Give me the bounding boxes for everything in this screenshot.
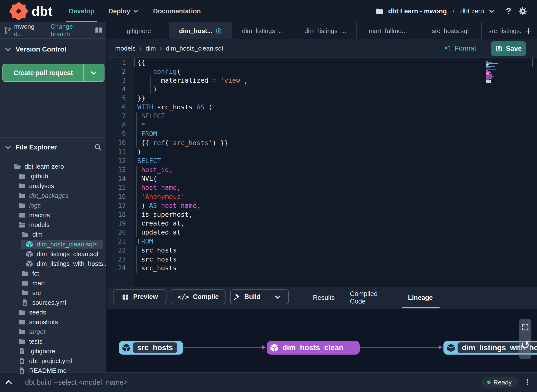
project-name[interactable]: dbt Learn - mwong <box>388 8 447 15</box>
command-input[interactable]: dbt build --select <model_name> <box>25 378 481 386</box>
tree-item-macros[interactable]: macros <box>0 210 106 220</box>
tree-item-label: dim_listings_with_hosts... <box>37 260 106 268</box>
app: dbt Develop Deploy Documentation dbt Lea… <box>0 0 537 392</box>
tree-item-label: models <box>29 221 50 229</box>
lineage-node-dim-hosts-clean[interactable]: dim_hosts_clean <box>267 341 360 355</box>
top-nav: dbt Develop Deploy Documentation dbt Lea… <box>0 0 537 22</box>
tree-item-dim[interactable]: dim <box>0 230 106 239</box>
minimap[interactable] <box>486 61 501 83</box>
breadcrumb-row: models›dim›dim_hosts_clean.sql Format Sa… <box>107 39 537 58</box>
search-icon[interactable] <box>94 143 102 151</box>
file-icon <box>18 357 26 365</box>
tree-item-label: dbt_packages <box>29 192 69 200</box>
tree-item--gitignore[interactable]: .gitignore <box>0 346 106 356</box>
nav-develop[interactable]: Develop <box>69 0 94 22</box>
docs-book-icon[interactable] <box>94 26 103 35</box>
minimap-line <box>486 62 492 63</box>
tab-label: dim_host... <box>179 27 212 35</box>
code-line: updated_at <box>137 228 537 237</box>
line-number: 18 <box>107 210 134 219</box>
lineage-pane[interactable]: ↺ src_hostsdim_hosts_cleandim_listings_w… <box>107 309 537 372</box>
code-line: {{ ref('src_hosts') }} <box>137 139 537 148</box>
pr-dropdown-chevron[interactable] <box>84 64 104 81</box>
tree-item-logs[interactable]: logs <box>0 200 106 210</box>
results-tab-results[interactable]: Results <box>309 287 339 308</box>
file-explorer-header[interactable]: File Explorer <box>0 137 106 157</box>
minimap-line <box>486 78 492 79</box>
version-control-header[interactable]: Version Control <box>0 39 106 60</box>
tab--gitignore[interactable]: .gitignore <box>107 22 169 39</box>
new-tab-button[interactable]: + <box>523 22 534 39</box>
kebab-menu-icon[interactable] <box>524 378 531 386</box>
code-line: FROM <box>137 237 537 246</box>
chevron-up-icon[interactable] <box>4 378 13 387</box>
fullscreen-icon[interactable] <box>521 323 529 331</box>
tree-item-dim-hosts-clean-sql[interactable]: dim_hosts_clean.sql• <box>0 239 106 249</box>
tree-item-analyses[interactable]: analyses <box>0 181 106 191</box>
tab-dim-host-[interactable]: dim_host... <box>169 22 232 39</box>
tab-mart-fullmo-[interactable]: mart_fullmo... <box>357 22 419 39</box>
help-icon[interactable]: ? <box>506 6 511 16</box>
minimap-line <box>486 82 491 83</box>
tree-item-models[interactable]: models <box>0 220 106 230</box>
version-control-title: Version Control <box>16 45 66 53</box>
tree-item-target[interactable]: target <box>0 327 106 337</box>
environment-name[interactable]: dbt zero <box>460 8 484 15</box>
lineage-edge <box>360 347 442 348</box>
gear-icon[interactable] <box>518 7 527 16</box>
breadcrumb-item[interactable]: models <box>115 45 136 52</box>
tree-item-dim-listings-with-hosts-[interactable]: dim_listings_with_hosts... <box>0 259 106 269</box>
breadcrumb-item[interactable]: dim <box>146 45 156 52</box>
tab-src-listings-[interactable]: src_listings. <box>482 22 524 39</box>
tree-item-tests[interactable]: tests <box>0 337 106 346</box>
results-tab-compiled-code[interactable]: Compiled Code <box>350 287 395 308</box>
tree-item-dbt-project-yml[interactable]: dbt_project.yml <box>0 356 106 366</box>
tree-item-src[interactable]: src <box>0 288 106 298</box>
tab-dim-listings-[interactable]: dim_listings_... <box>294 22 357 39</box>
reset-view-icon[interactable]: ↺ <box>521 340 530 351</box>
tab-dim-listings-[interactable]: dim_listings_... <box>232 22 294 39</box>
lineage-node-label: src_hosts <box>133 342 177 353</box>
code-icon: </> <box>178 293 189 301</box>
ready-dot-icon <box>487 381 491 384</box>
file-icon <box>21 299 29 306</box>
line-number: 10 <box>107 139 134 148</box>
folder-icon <box>375 7 384 15</box>
format-button[interactable]: Format <box>443 44 476 52</box>
preview-button[interactable]: Preview <box>113 289 166 304</box>
tab-label: dim_listings_... <box>242 27 284 35</box>
tree-item-seeds[interactable]: seeds <box>0 307 106 317</box>
tree-item--github[interactable]: .github <box>0 171 106 181</box>
tree-item-label: sources.yml <box>32 299 66 306</box>
tree-item-fct[interactable]: fct <box>0 269 106 278</box>
lineage-node-src-hosts[interactable]: src_hosts <box>119 341 183 355</box>
tree-item-label: dim <box>32 231 43 238</box>
nav-deploy[interactable]: Deploy <box>108 0 139 22</box>
tree-item-dbt-packages[interactable]: dbt_packages <box>0 191 106 200</box>
breadcrumb-item[interactable]: dim_hosts_clean.sql <box>166 45 223 52</box>
tree-item-mart[interactable]: mart <box>0 278 106 288</box>
build-button[interactable]: Build <box>230 289 289 304</box>
nav-documentation[interactable]: Documentation <box>153 0 201 22</box>
results-tab-lineage[interactable]: Lineage <box>402 287 439 308</box>
line-number: 8 <box>107 121 134 130</box>
compile-button[interactable]: </> Compile <box>171 289 225 304</box>
dbt-logo[interactable]: dbt <box>9 2 53 20</box>
tree-item-dim-listings-clean-sql[interactable]: dim_listings_clean.sql <box>0 249 106 259</box>
line-number: 6 <box>107 103 134 112</box>
tab-src-hosts-sql[interactable]: src_hosts.sql <box>419 22 482 39</box>
tree-item-sources-yml[interactable]: sources.yml <box>0 298 106 307</box>
tree-item-dbt-learn-zero[interactable]: dbt-learn-zero <box>0 162 106 171</box>
change-branch-link[interactable]: Change branch <box>51 23 92 38</box>
folder-icon <box>18 172 26 180</box>
tree-item-snapshots[interactable]: snapshots <box>0 317 106 327</box>
save-button[interactable]: Save <box>491 41 526 56</box>
folder-icon <box>21 289 29 297</box>
dbt-logo-icon <box>9 2 28 20</box>
code-content[interactable]: {{ config( materialized = 'view', )}}WIT… <box>137 58 537 273</box>
line-number: 3 <box>107 76 134 85</box>
build-dropdown-chevron[interactable] <box>269 290 286 304</box>
create-pull-request-button[interactable]: Create pull request <box>2 64 104 82</box>
chevron-down-icon[interactable] <box>488 8 495 15</box>
code-editor[interactable]: 123456789101112131415161718192021222324 … <box>107 58 537 287</box>
